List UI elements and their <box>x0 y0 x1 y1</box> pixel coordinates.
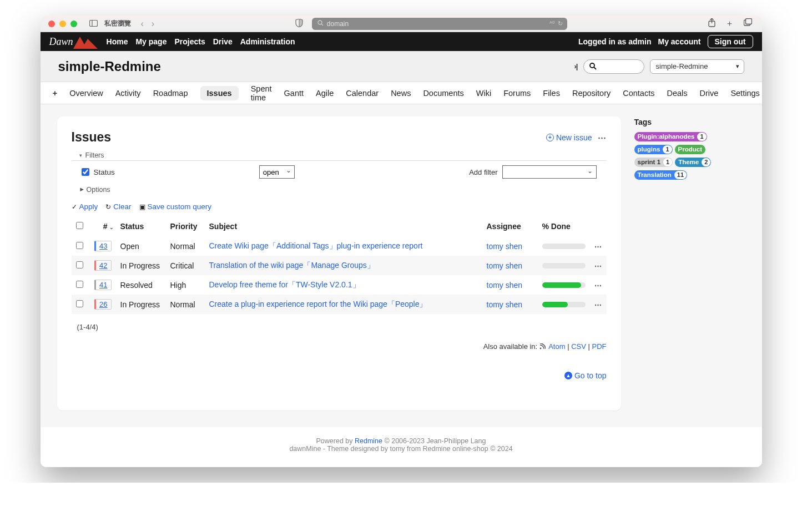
tag-sprint-1[interactable]: sprint 11 <box>634 158 673 167</box>
tab-spent-time[interactable]: Spent time <box>251 81 272 105</box>
tab-documents[interactable]: Documents <box>423 85 463 101</box>
go-to-top-link[interactable]: ▲ Go to top <box>564 371 607 380</box>
logo[interactable]: Dawn <box>49 34 98 49</box>
tab-files[interactable]: Files <box>543 85 560 101</box>
top-nav-drive[interactable]: Drive <box>213 37 233 46</box>
tag-theme[interactable]: Theme2 <box>675 158 711 167</box>
browser-nav-arrows: ‹ › <box>141 19 155 29</box>
check-icon: ✓ <box>72 203 77 211</box>
tab-overview[interactable]: Overview <box>69 85 103 101</box>
tab-gantt[interactable]: Gantt <box>284 85 304 101</box>
reload-icon[interactable]: ↻ <box>558 20 563 27</box>
tab-contacts[interactable]: Contacts <box>623 85 654 101</box>
row-checkbox[interactable] <box>76 281 83 288</box>
search-input[interactable] <box>583 59 644 74</box>
chevron-right-icon: ▾ <box>77 188 85 191</box>
top-nav-my-page[interactable]: My page <box>135 37 167 46</box>
assignee-link[interactable]: tomy shen <box>487 281 523 290</box>
page-actions-menu-icon[interactable]: ⋯ <box>598 133 607 143</box>
tabs-icon[interactable] <box>744 18 752 29</box>
row-checkbox[interactable] <box>76 261 83 268</box>
page-title: Issues <box>72 130 112 145</box>
tab-activity[interactable]: Activity <box>115 85 141 101</box>
my-account-link[interactable]: My account <box>658 37 700 46</box>
new-issue-button[interactable]: + New issue <box>546 133 592 142</box>
traffic-close-icon[interactable] <box>48 21 55 27</box>
tab-drive[interactable]: Drive <box>700 85 719 101</box>
new-item-icon[interactable]: + <box>53 88 58 98</box>
issue-subject-link[interactable]: Translation of the wiki page「Manage Grou… <box>209 261 375 270</box>
export-pdf[interactable]: PDF <box>592 342 607 351</box>
status-select[interactable]: open <box>259 165 295 179</box>
export-atom[interactable]: Atom <box>548 342 565 351</box>
tab-repository[interactable]: Repository <box>572 85 611 101</box>
row-checkbox[interactable] <box>76 300 83 307</box>
col-assignee[interactable]: Assignee <box>482 216 538 236</box>
issue-id-link[interactable]: 42 <box>94 260 111 271</box>
assignee-link[interactable]: tomy shen <box>487 261 523 270</box>
issue-id-link[interactable]: 26 <box>94 299 111 310</box>
issue-id-link[interactable]: 41 <box>94 280 111 290</box>
col-priority[interactable]: Priority <box>166 216 205 236</box>
tab-news[interactable]: News <box>391 85 411 101</box>
footer-redmine-link[interactable]: Redmine <box>355 437 382 445</box>
tag-plugin-alphanodes[interactable]: Plugin:alphanodes1 <box>634 132 707 141</box>
col-status[interactable]: Status <box>116 216 166 236</box>
options-legend[interactable]: ▾ Options <box>72 183 607 196</box>
sidebar-toggle-icon[interactable] <box>89 19 98 28</box>
new-tab-icon[interactable]: ＋ <box>725 18 734 29</box>
tab-forums[interactable]: Forums <box>503 85 531 101</box>
top-nav-administration[interactable]: Administration <box>240 37 295 46</box>
privacy-shield-icon[interactable] <box>295 19 303 29</box>
jump-icon[interactable]: ›| <box>574 62 578 70</box>
tab-calendar[interactable]: Calendar <box>346 85 379 101</box>
tab-deals[interactable]: Deals <box>667 85 687 101</box>
forward-icon[interactable]: › <box>152 19 154 29</box>
save-query-button[interactable]: ▣ Save custom query <box>139 202 212 211</box>
assignee-link[interactable]: tomy shen <box>487 300 523 309</box>
issue-subject-link[interactable]: Develop free theme for「TW-Style V2.0.1」 <box>209 280 360 289</box>
row-checkbox[interactable] <box>76 242 83 249</box>
svg-rect-7 <box>745 19 751 24</box>
status-label: Status <box>94 168 115 176</box>
tab-wiki[interactable]: Wiki <box>476 85 491 101</box>
project-selector[interactable]: simple-Redmine <box>650 59 744 74</box>
back-icon[interactable]: ‹ <box>141 19 144 29</box>
tag-translation[interactable]: Translation11 <box>634 170 688 180</box>
col-subject[interactable]: Subject <box>205 216 482 236</box>
row-actions-menu-icon[interactable]: ⋯ <box>594 281 602 290</box>
status-select-wrap[interactable]: open <box>259 165 295 179</box>
row-actions-menu-icon[interactable]: ⋯ <box>594 301 602 309</box>
tab-agile[interactable]: Agile <box>316 85 334 101</box>
reader-icon[interactable]: ᴬ⁰ <box>549 20 554 27</box>
issue-subject-link[interactable]: Create Wiki page「Additional Tags」plug-in… <box>209 241 423 250</box>
top-nav-projects[interactable]: Projects <box>174 37 205 46</box>
tag-product[interactable]: Product <box>675 145 705 154</box>
traffic-max-icon[interactable] <box>70 21 77 27</box>
footer: Powered by Redmine © 2006-2023 Jean-Phil… <box>41 427 762 467</box>
share-icon[interactable] <box>708 18 715 29</box>
filters-legend[interactable]: ▾ Filters <box>72 151 607 161</box>
tab-issues[interactable]: Issues <box>200 86 239 100</box>
col-id[interactable]: # <box>103 222 108 231</box>
top-nav-home[interactable]: Home <box>107 37 128 46</box>
col-done[interactable]: % Done <box>538 216 590 236</box>
sign-out-button[interactable]: Sign out <box>708 35 753 48</box>
select-all-checkbox[interactable] <box>76 222 83 229</box>
add-filter-select[interactable] <box>502 165 597 179</box>
row-actions-menu-icon[interactable]: ⋯ <box>594 242 602 251</box>
status-checkbox[interactable] <box>82 168 89 176</box>
tab-roadmap[interactable]: Roadmap <box>153 85 188 101</box>
url-bar[interactable]: domain ᴬ⁰ ↻ <box>312 18 567 30</box>
row-actions-menu-icon[interactable]: ⋯ <box>594 262 602 270</box>
tag-plugins[interactable]: plugins1 <box>634 145 673 154</box>
status-filter-checkbox[interactable]: Status <box>82 168 115 176</box>
issue-subject-link[interactable]: Create a plug-in experience report for t… <box>209 300 427 308</box>
export-csv[interactable]: CSV <box>571 342 586 351</box>
apply-button[interactable]: ✓ Apply <box>72 202 98 211</box>
issue-id-link[interactable]: 43 <box>94 241 111 251</box>
tab-settings[interactable]: Settings <box>730 85 759 101</box>
clear-button[interactable]: ↻ Clear <box>105 202 131 211</box>
traffic-min-icon[interactable] <box>59 21 66 27</box>
assignee-link[interactable]: tomy shen <box>487 242 523 251</box>
